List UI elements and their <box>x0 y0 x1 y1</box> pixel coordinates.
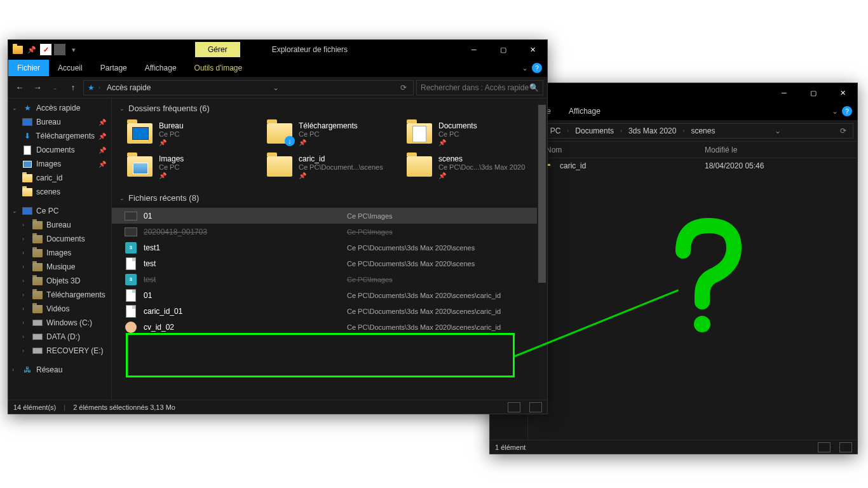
sidebar-item[interactable]: ›Musique <box>8 260 111 274</box>
collapse-icon[interactable]: ⌄ <box>12 105 18 111</box>
address-bar[interactable]: ★ › Accès rapide ⌄ ⟳ <box>83 80 414 95</box>
history-dropdown[interactable]: ⌄ <box>48 80 63 95</box>
refresh-icon[interactable]: ⟳ <box>398 83 409 92</box>
sidebar-item-caric_id[interactable]: caric_id <box>8 171 111 185</box>
col-modified[interactable]: Modifié le <box>705 146 737 154</box>
folder-images[interactable]: ImagesCe PC📌 <box>125 151 252 182</box>
collapse-icon[interactable]: ⌄ <box>12 208 18 214</box>
view-icons-button[interactable] <box>529 402 542 412</box>
qat-dropdown-icon[interactable]: ▾ <box>68 44 79 55</box>
view-details-button[interactable] <box>818 442 831 452</box>
network-icon: 🖧 <box>22 365 32 375</box>
back-button[interactable]: ← <box>12 80 27 95</box>
scrollbar[interactable] <box>537 98 547 400</box>
tab-outils-image[interactable]: Outils d'image <box>186 60 252 76</box>
file-row[interactable]: 20200418_001703Ce PC\Images <box>112 224 547 240</box>
expand-icon[interactable]: › <box>22 222 29 228</box>
close-button[interactable]: ✕ <box>518 40 547 59</box>
manage-tab[interactable]: Gérer <box>195 42 240 57</box>
tab-affichage[interactable]: Affichage <box>560 103 609 119</box>
folder-scenes[interactable]: scenesCe PC\Doc...\3ds Max 2020📌 <box>404 151 531 182</box>
maximize-button[interactable]: ▢ <box>489 40 518 59</box>
sidebar-item[interactable]: ›Objets 3D <box>8 274 111 288</box>
tab-affichage[interactable]: Affichage <box>136 60 186 76</box>
section-frequent[interactable]: ⌄ Dossiers fréquents (6) <box>112 98 547 118</box>
qat-icon[interactable] <box>54 44 65 55</box>
tab-fichier[interactable]: Fichier <box>8 60 49 76</box>
expand-icon[interactable]: › <box>22 306 29 312</box>
collapse-icon[interactable]: ⌄ <box>119 105 125 112</box>
col-name[interactable]: Nom <box>546 146 705 154</box>
sidebar-item[interactable]: ›Windows (C:) <box>8 316 111 330</box>
expand-icon[interactable]: › <box>22 278 29 284</box>
sidebar-item[interactable]: ›RECOVERY (E:) <box>8 344 111 358</box>
breadcrumb-scenes[interactable]: scenes <box>688 125 717 137</box>
file-row[interactable]: caric_id_01Ce PC\Documents\3ds Max 2020\… <box>112 303 547 319</box>
file-path: Ce PC\Documents\3ds Max 2020\scenes\cari… <box>347 323 501 331</box>
expand-icon[interactable]: › <box>22 348 29 354</box>
folder-caric_id[interactable]: caric_idCe PC\Document...\scenes📌 <box>264 151 391 182</box>
expand-icon[interactable]: › <box>22 334 29 340</box>
file-row[interactable]: testCe PC\Documents\3ds Max 2020\scenes <box>112 255 547 271</box>
sidebar-item-scenes[interactable]: scenes <box>8 185 111 199</box>
search-input[interactable]: Rechercher dans : Accès rapide 🔍 <box>416 80 543 95</box>
section-recent[interactable]: ⌄ Fichiers récents (8) <box>112 188 547 208</box>
sidebar-item[interactable]: ›Vidéos <box>8 302 111 316</box>
list-item[interactable]: caric_id 18/04/2020 05:46 <box>539 158 857 173</box>
expand-icon[interactable]: › <box>12 367 18 373</box>
folder-bureau[interactable]: BureauCe PC📌 <box>125 118 252 149</box>
file-row[interactable]: 01Ce PC\Documents\3ds Max 2020\scenes\ca… <box>112 287 547 303</box>
sidebar-item[interactable]: ›Téléchargements <box>8 288 111 302</box>
expand-icon[interactable]: › <box>22 236 29 242</box>
tab-partage[interactable]: Partage <box>92 60 136 76</box>
dropdown-icon[interactable]: ⌄ <box>270 83 281 92</box>
sidebar-thispc[interactable]: ⌄ Ce PC <box>8 204 111 218</box>
sidebar-item-images[interactable]: Images📌 <box>8 157 111 171</box>
expand-icon[interactable]: › <box>22 292 29 298</box>
help-icon[interactable]: ? <box>532 63 542 73</box>
sidebar-item[interactable]: ›Images <box>8 246 111 260</box>
sidebar-item[interactable]: ›Documents <box>8 232 111 246</box>
breadcrumb-quickaccess[interactable]: Accès rapide <box>104 82 153 93</box>
expand-icon[interactable]: › <box>22 320 29 326</box>
address-bar[interactable]: › Ce PC › Documents › 3ds Max 2020 › sce… <box>512 123 853 139</box>
pin-icon[interactable]: 📌 <box>26 44 37 55</box>
sidebar-network[interactable]: › 🖧 Réseau <box>8 363 111 377</box>
breadcrumb-documents[interactable]: Documents <box>573 125 616 137</box>
file-row[interactable]: 3test1Ce PC\Documents\3ds Max 2020\scene… <box>112 240 547 255</box>
view-details-button[interactable] <box>508 402 520 412</box>
folder-documents[interactable]: DocumentsCe PC📌 <box>404 118 531 149</box>
sidebar-item[interactable]: ›Bureau <box>8 218 111 232</box>
view-icons-button[interactable] <box>839 442 852 452</box>
scrollbar-thumb[interactable] <box>538 105 546 283</box>
expand-icon[interactable]: › <box>22 250 29 256</box>
dropdown-icon[interactable]: ⌄ <box>772 126 783 135</box>
minimize-button[interactable]: ─ <box>770 83 799 102</box>
help-icon[interactable]: ? <box>842 106 852 116</box>
sidebar-item[interactable]: ›DATA (D:) <box>8 330 111 344</box>
close-button[interactable]: ✕ <box>828 83 857 102</box>
minimize-button[interactable]: ─ <box>459 40 489 59</box>
expand-icon[interactable]: › <box>22 264 29 270</box>
breadcrumb-3dsmax[interactable]: 3ds Max 2020 <box>626 125 679 137</box>
file-row[interactable]: cv_id_02Ce PC\Documents\3ds Max 2020\sce… <box>112 319 547 335</box>
tab-accueil[interactable]: Accueil <box>49 60 92 76</box>
qat-icon[interactable]: ✓ <box>40 44 51 55</box>
pin-icon: 📌 <box>438 172 525 179</box>
up-button[interactable]: ↑ <box>65 80 81 95</box>
chevron-down-icon[interactable]: ⌄ <box>832 107 838 116</box>
sidebar-quickaccess[interactable]: ⌄ ★ Accès rapide <box>8 101 111 115</box>
chevron-down-icon[interactable]: ⌄ <box>522 64 528 72</box>
maximize-button[interactable]: ▢ <box>799 83 828 102</box>
file-row[interactable]: 3testCe PC\Images <box>112 271 547 287</box>
pin-icon: 📌 <box>98 161 106 168</box>
collapse-icon[interactable]: ⌄ <box>119 195 125 201</box>
forward-button[interactable]: → <box>30 80 45 95</box>
sidebar-item-bureau[interactable]: Bureau📌 <box>8 115 111 129</box>
column-headers[interactable]: Nom Modifié le <box>539 142 857 158</box>
folder-téléchargements[interactable]: TéléchargementsCe PC📌 <box>264 118 391 149</box>
refresh-icon[interactable]: ⟳ <box>837 126 849 135</box>
file-row[interactable]: 01Ce PC\Images <box>112 208 547 224</box>
sidebar-item-documents[interactable]: Documents📌 <box>8 143 111 157</box>
sidebar-item-téléchargements[interactable]: ⬇Téléchargements📌 <box>8 129 111 143</box>
